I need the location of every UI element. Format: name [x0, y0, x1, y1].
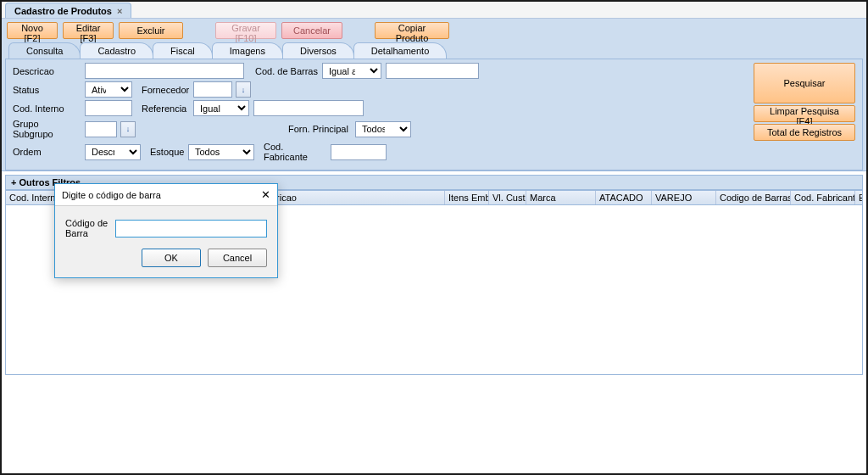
col-vl-custo[interactable]: Vl. Custo — [489, 191, 526, 204]
excluir-button[interactable]: Excluir — [119, 22, 183, 39]
page-tab-bar: Cadastro de Produtos × — [2, 2, 866, 19]
col-codbarras[interactable]: Codigo de Barras — [716, 191, 791, 204]
col-marca[interactable]: Marca — [526, 191, 596, 204]
dialog-titlebar: Digite o código de barra ✕ — [55, 184, 277, 206]
grupo-label: Grupo Subgrupo — [13, 119, 81, 139]
limpar-pesquisa-button[interactable]: Limpar Pesquisa [F4] — [754, 105, 855, 122]
col-atacado[interactable]: ATACADO — [596, 191, 652, 204]
estoque-select[interactable]: Todos — [188, 144, 254, 160]
barcode-input[interactable] — [115, 220, 267, 238]
dialog-cancel-button[interactable]: Cancel — [208, 249, 267, 267]
editar-button[interactable]: Editar [F3] — [63, 22, 114, 39]
referencia-input[interactable] — [253, 100, 364, 116]
grupo-lookup-button[interactable]: ↓ — [120, 121, 136, 137]
referencia-operator-select[interactable]: Igual a: — [193, 100, 249, 116]
pesquisar-button[interactable]: Pesquisar — [754, 63, 855, 103]
codfabricante-label: Cod. Fabricante — [264, 142, 326, 162]
content-area: Novo [F2] Editar [F3] Excluir Gravar [F1… — [2, 19, 866, 171]
dialog-title: Digite o código de barra — [62, 190, 161, 200]
col-codinterno[interactable]: Cod. Interno — [6, 191, 58, 204]
codbarras-label: Cod. de Barras — [255, 66, 318, 76]
estoque-label: Estoque — [150, 147, 184, 157]
inner-tabs: Consulta Cadastro Fiscal Imagens Diverso… — [2, 42, 866, 59]
descricao-label: Descricao — [13, 66, 81, 76]
barcode-input-label: Código de Barra — [65, 218, 110, 238]
dialog-close-icon[interactable]: ✕ — [261, 188, 270, 201]
descricao-input[interactable] — [85, 63, 244, 79]
ordem-select[interactable]: Descrição — [85, 144, 141, 160]
col-codfabricante[interactable]: Cod. Fabricante — [791, 191, 855, 204]
barcode-dialog: Digite o código de barra ✕ Código de Bar… — [54, 183, 278, 278]
filter-panel: Descricao Cod. de Barras Igual a: Status… — [5, 59, 863, 170]
novo-button[interactable]: Novo [F2] — [7, 22, 58, 39]
grid-row-marker — [8, 208, 14, 213]
cancelar-button[interactable]: Cancelar — [281, 22, 342, 39]
codbarras-operator-select[interactable]: Igual a: — [322, 63, 381, 79]
ordem-label: Ordem — [13, 147, 81, 157]
col-estoque[interactable]: ESTOQUE — [855, 191, 862, 204]
codinterno-input[interactable] — [85, 100, 132, 116]
tab-detalhamento[interactable]: Detalhamento — [353, 42, 448, 59]
tab-fiscal[interactable]: Fiscal — [153, 42, 213, 59]
tab-imagens[interactable]: Imagens — [212, 42, 283, 59]
page-tab-label: Cadastro de Produtos — [14, 6, 112, 16]
dialog-ok-button[interactable]: OK — [142, 249, 201, 267]
app-frame: Cadastro de Produtos × Novo [F2] Editar … — [0, 0, 868, 475]
fornecedor-input[interactable] — [193, 81, 232, 98]
tab-consulta[interactable]: Consulta — [8, 42, 81, 59]
codinterno-label: Cod. Interno — [13, 103, 81, 114]
status-select[interactable]: Ativo — [85, 81, 132, 98]
codfabricante-input[interactable] — [331, 144, 387, 160]
fornprincipal-select[interactable]: Todos — [355, 121, 411, 137]
fornecedor-label: Fornecedor — [142, 85, 189, 95]
referencia-label: Referencia — [142, 103, 189, 114]
status-label: Status — [13, 85, 81, 95]
main-toolbar: Novo [F2] Editar [F3] Excluir Gravar [F1… — [2, 19, 866, 42]
page-tab-cadastro-produtos[interactable]: Cadastro de Produtos × — [5, 3, 131, 18]
fornecedor-lookup-button[interactable]: ↓ — [236, 81, 251, 98]
close-icon[interactable]: × — [117, 6, 122, 16]
tab-diversos[interactable]: Diversos — [282, 42, 354, 59]
copiar-produto-button[interactable]: Copiar Produto — [375, 22, 449, 39]
grupo-input[interactable] — [85, 121, 117, 137]
gravar-button[interactable]: Gravar [F10] — [215, 22, 276, 39]
tab-cadastro[interactable]: Cadastro — [80, 42, 153, 59]
col-itens-emb[interactable]: Itens Emb. — [445, 191, 489, 204]
col-varejo[interactable]: VAREJO — [652, 191, 716, 204]
col-descricao[interactable]: Descricao — [252, 191, 445, 204]
search-action-buttons: Pesquisar Limpar Pesquisa [F4] Total de … — [754, 63, 855, 165]
codbarras-input[interactable] — [386, 63, 479, 79]
total-registros-button[interactable]: Total de Registros — [754, 124, 855, 141]
fornprincipal-label: Forn. Principal — [288, 124, 351, 134]
